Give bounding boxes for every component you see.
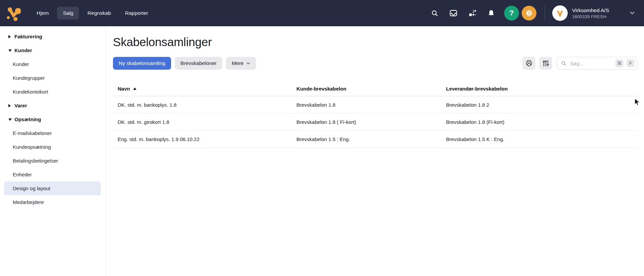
caret-down-icon [8,118,12,121]
cell-navn: Eng. std. m. bankoplys. 1.9 06.10.22 [113,136,292,142]
company-id: 1605339 FRESH [572,14,609,20]
apps-grid-icon[interactable] [468,9,477,18]
sidebar-item-emailskabeloner[interactable]: E-mailskabeloner [4,126,101,140]
sidebar-item-medarbejdere[interactable]: Medarbejdere [4,195,101,209]
nav-item-rapporter[interactable]: Rapporter [119,7,154,20]
column-header-kunde-brevskabelon[interactable]: Kunde-brevskabelon [292,86,441,92]
account-text: Virksomhed A/S 1605339 FRESH [572,7,609,20]
cell-kunde-brevskabelon: Brevskabelon 1.8 ( FI-kort) [292,119,441,125]
search-icon [561,60,567,67]
more-button[interactable]: Mere [226,57,256,70]
caret-right-icon [8,104,11,107]
main-nav: Hjem Salg Regnskab Rapporter [31,7,154,20]
cell-leverandor-brevskabelon: Brevskabelon 1.8 (FI-kort) [441,119,637,125]
column-header-leverandor-brevskabelon[interactable]: Leverandør-brevskabelon [441,86,637,92]
settings-button[interactable] [522,6,536,21]
sidebar-item-enheder[interactable]: Enheder [4,168,101,181]
search-input[interactable] [569,60,613,67]
chevron-down-icon [246,61,250,66]
printer-icon [525,59,533,67]
bell-icon[interactable] [487,9,495,18]
kbd-cmd-key: ⌘ [615,59,623,67]
sidebar-section-label: Fakturering [14,34,42,39]
sidebar-item-kundekontokort[interactable]: Kundekontokort [4,85,101,99]
letter-templates-button[interactable]: Brevskabeloner [175,57,223,70]
gear-icon [525,9,533,18]
sidebar-item-design-og-layout[interactable]: Design og layout [4,181,101,195]
cell-kunde-brevskabelon: Brevskabelon 1.8 [292,102,441,108]
cell-kunde-brevskabelon: Brevskabelon 1.5 : Eng. [292,136,441,142]
main-content: Skabelonsamlinger Ny skabelonsamling Bre… [106,26,644,276]
topbar: Hjem Salg Regnskab Rapporter [0,0,644,26]
column-header-label: Navn [118,86,130,92]
topbar-divider [545,6,545,21]
sidebar-section-varer[interactable]: Varer [4,99,101,112]
nav-item-hjem[interactable]: Hjem [31,7,54,20]
nav-item-regnskab[interactable]: Regnskab [82,7,117,20]
sidebar-section-fakturering[interactable]: Fakturering [4,30,101,43]
sidebar-section-label: Opsætning [14,116,41,122]
question-mark-icon: ? [509,9,514,18]
template-collections-table: Navn Kunde-brevskabelon Leverandør-brevs… [113,81,637,148]
column-header-navn[interactable]: Navn [113,86,292,92]
sidebar-item-betalingsbetingelser[interactable]: Betalingsbetingelser [4,154,101,168]
kbd-f-key: F [627,59,635,67]
table-row[interactable]: Eng. std. m. bankoplys. 1.9 06.10.22 Bre… [113,131,637,148]
filter-button[interactable] [539,57,552,70]
sidebar-section-label: Varer [14,103,27,108]
sidebar-item-kundegrupper[interactable]: Kundegrupper [4,71,101,85]
sidebar-section-opsaetning[interactable]: Opsætning [4,112,101,126]
sidebar-item-kundeopsaetning[interactable]: Kundeopsætning [4,140,101,154]
sidebar-section-label: Kunder [14,47,32,53]
caret-right-icon [8,35,11,38]
company-logo-v-icon [556,9,564,18]
search-box: ⌘ F [557,57,637,70]
caret-down-icon [8,49,12,52]
company-name: Virksomhed A/S [572,7,609,13]
toolbar-right: ⌘ F [522,57,637,70]
page-title: Skabelonsamlinger [113,35,637,49]
new-template-collection-button[interactable]: Ny skabelonsamling [113,57,171,70]
chevron-down-icon[interactable] [629,10,635,16]
search-icon[interactable] [430,9,439,18]
toolbar: Ny skabelonsamling Brevskabeloner Mere [113,57,637,70]
cell-leverandor-brevskabelon: Brevskabelon 1.8 2 [441,102,637,108]
table-header-row: Navn Kunde-brevskabelon Leverandør-brevs… [113,81,637,96]
cell-leverandor-brevskabelon: Brevskabelon 1.5 K : Eng. [441,136,637,142]
table-row[interactable]: DK. std. m. bankoplys. 1.8 Brevskabelon … [113,96,637,113]
help-button[interactable]: ? [504,6,519,21]
company-avatar [552,5,568,21]
inbox-icon[interactable] [449,9,458,18]
table-row[interactable]: DK. std. m. girokort 1.8 Brevskabelon 1.… [113,113,637,131]
sidebar-item-kunder[interactable]: Kunder [4,57,101,71]
more-button-label: Mere [232,60,243,66]
cell-navn: DK. std. m. bankoplys. 1.8 [113,102,292,108]
print-button[interactable] [522,57,535,70]
sidebar-section-kunder[interactable]: Kunder [4,43,101,57]
app-logo-icon[interactable] [6,4,23,22]
sort-ascending-icon [133,88,136,90]
cell-navn: DK. std. m. girokort 1.8 [113,119,292,125]
account-menu[interactable]: Virksomhed A/S 1605339 FRESH [552,5,635,21]
topbar-actions: ? [420,5,635,21]
nav-item-salg[interactable]: Salg [57,7,79,20]
sliders-icon [542,59,550,67]
sidebar: Fakturering Kunder Kunder Kundegrupper K… [0,26,106,276]
